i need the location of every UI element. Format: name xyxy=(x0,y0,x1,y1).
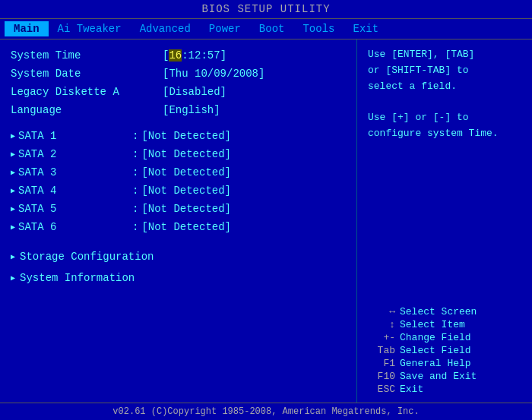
system-date-label: System Date xyxy=(11,68,163,80)
sata2-row[interactable]: ▶ SATA 2 : [Not Detected] xyxy=(11,146,346,163)
sata5-row[interactable]: ▶ SATA 5 : [Not Detected] xyxy=(11,201,346,217)
shortcut-desc-esc: Exit xyxy=(400,384,423,395)
shortcut-key-f10: F10 xyxy=(368,371,395,382)
language-row[interactable]: Language [English] xyxy=(11,102,346,118)
system-time-label: System Time xyxy=(11,49,163,62)
system-date-row[interactable]: System Date [Thu 10/09/2008] xyxy=(11,65,346,82)
system-info-label: System Information xyxy=(20,272,135,284)
storage-config-arrow: ▶ xyxy=(11,252,15,261)
title-bar: BIOS SETUP UTILITY xyxy=(0,0,532,18)
menu-boot[interactable]: Boot xyxy=(250,21,294,36)
shortcut-key-esc: ESC xyxy=(368,384,395,395)
shortcut-key-f1: F1 xyxy=(368,358,395,369)
main-content: System Time [16:12:57] System Date [Thu … xyxy=(0,39,532,403)
sata4-row[interactable]: ▶ SATA 4 : [Not Detected] xyxy=(11,182,346,199)
help-line3: select a field. xyxy=(368,79,521,95)
shortcut-f1: F1 General Help xyxy=(368,358,521,369)
sata2-label: ▶ SATA 2 xyxy=(11,148,132,160)
system-info-item[interactable]: ▶ System Information xyxy=(11,270,346,286)
sata3-value: [Not Detected] xyxy=(141,166,231,178)
menu-power[interactable]: Power xyxy=(200,21,250,36)
system-date-value: [Thu 10/09/2008] xyxy=(163,68,264,80)
menu-tools[interactable]: Tools xyxy=(293,21,344,36)
shortcut-screen: ↔ Select Screen xyxy=(368,306,521,317)
storage-config-label: Storage Configuration xyxy=(20,251,154,263)
shortcut-key-screen: ↔ xyxy=(368,306,395,317)
sata1-arrow: ▶ xyxy=(11,131,15,141)
menu-ai-tweaker[interactable]: Ai Tweaker xyxy=(49,21,131,36)
help-line2: or [SHIFT-TAB] to xyxy=(368,63,521,79)
legacy-diskette-label: Legacy Diskette A xyxy=(11,86,163,98)
sata2-value: [Not Detected] xyxy=(141,148,231,160)
sata4-arrow: ▶ xyxy=(11,186,15,195)
sata6-label: ▶ SATA 6 xyxy=(11,221,132,233)
help-line5: Use [+] or [-] to xyxy=(368,110,521,126)
shortcut-esc: ESC Exit xyxy=(368,384,521,395)
sata3-arrow: ▶ xyxy=(11,168,15,177)
sata5-value: [Not Detected] xyxy=(141,203,231,215)
shortcut-tab: Tab Select Field xyxy=(368,345,521,356)
sata1-row[interactable]: ▶ SATA 1 : [Not Detected] xyxy=(11,128,346,144)
help-text: Use [ENTER], [TAB] or [SHIFT-TAB] to sel… xyxy=(368,47,521,142)
shortcut-key-field-change: +- xyxy=(368,332,395,343)
sata4-label: ▶ SATA 4 xyxy=(11,185,132,197)
sata3-row[interactable]: ▶ SATA 3 : [Not Detected] xyxy=(11,164,346,181)
sata6-row[interactable]: ▶ SATA 6 : [Not Detected] xyxy=(11,219,346,235)
sata5-label: ▶ SATA 5 xyxy=(11,203,132,215)
menu-main[interactable]: Main xyxy=(5,21,49,36)
legacy-diskette-value: [Disabled] xyxy=(163,86,226,98)
shortcut-desc-tab: Select Field xyxy=(400,345,471,356)
sata1-label: ▶ SATA 1 xyxy=(11,130,132,142)
sata3-label: ▶ SATA 3 xyxy=(11,166,132,178)
menu-exit[interactable]: Exit xyxy=(344,21,388,36)
sata6-arrow: ▶ xyxy=(11,223,15,232)
storage-config-item[interactable]: ▶ Storage Configuration xyxy=(11,249,346,264)
language-label: Language xyxy=(11,104,163,116)
system-info-arrow: ▶ xyxy=(11,273,15,283)
footer-text: v02.61 (C)Copyright 1985-2008, American … xyxy=(112,406,419,417)
help-line1: Use [ENTER], [TAB] xyxy=(368,47,521,63)
shortcut-key-tab: Tab xyxy=(368,345,395,356)
language-value: [English] xyxy=(163,104,220,116)
sata4-value: [Not Detected] xyxy=(141,185,231,197)
shortcut-f10: F10 Save and Exit xyxy=(368,371,521,382)
shortcut-desc-field-change: Change Field xyxy=(400,332,471,343)
shortcut-key-item: ↕ xyxy=(368,319,395,330)
system-time-row[interactable]: System Time [16:12:57] xyxy=(11,47,346,64)
shortcut-item: ↕ Select Item xyxy=(368,319,521,330)
left-panel: System Time [16:12:57] System Date [Thu … xyxy=(0,39,357,403)
shortcut-field-change: +- Change Field xyxy=(368,332,521,343)
footer: v02.61 (C)Copyright 1985-2008, American … xyxy=(0,403,532,420)
shortcuts-panel: ↔ Select Screen ↕ Select Item +- Change … xyxy=(368,306,521,395)
legacy-diskette-row[interactable]: Legacy Diskette A [Disabled] xyxy=(11,84,346,100)
sata6-value: [Not Detected] xyxy=(141,221,231,233)
shortcut-desc-f1: General Help xyxy=(400,358,471,369)
sata1-value: [Not Detected] xyxy=(141,130,231,142)
shortcut-desc-screen: Select Screen xyxy=(400,306,477,317)
right-panel: Use [ENTER], [TAB] or [SHIFT-TAB] to sel… xyxy=(357,39,532,403)
bios-title: BIOS SETUP UTILITY xyxy=(201,3,330,15)
menu-bar: Main Ai Tweaker Advanced Power Boot Tool… xyxy=(0,18,532,39)
system-time-value: [16:12:57] xyxy=(163,49,226,62)
menu-advanced[interactable]: Advanced xyxy=(131,21,200,36)
sata2-arrow: ▶ xyxy=(11,150,15,159)
shortcut-desc-f10: Save and Exit xyxy=(400,371,477,382)
shortcut-desc-item: Select Item xyxy=(400,319,465,330)
help-line6: configure system Time. xyxy=(368,126,521,142)
sata5-arrow: ▶ xyxy=(11,204,15,213)
